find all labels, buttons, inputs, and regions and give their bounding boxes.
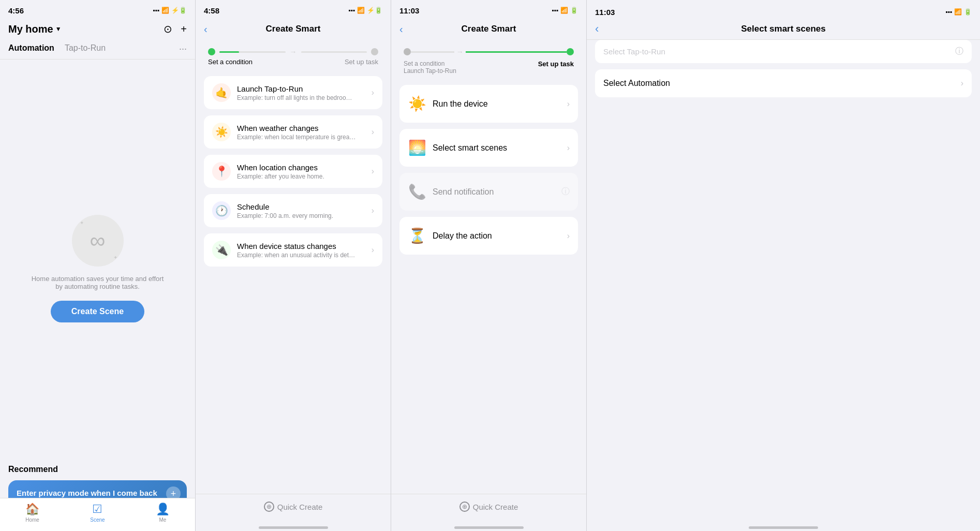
- empty-state: ✦ ∞ ✦ Home automation saves your time an…: [0, 60, 195, 456]
- infinity-icon-wrap: ✦ ∞ ✦: [72, 215, 124, 267]
- prog-label-left-2: Set a condition: [208, 58, 253, 66]
- p3-label-right: Set up task: [538, 60, 574, 75]
- progress-labels-2: Set a condition Set up task: [196, 58, 391, 72]
- option-weather[interactable]: ☀️ When weather changes Example: when lo…: [204, 115, 382, 149]
- tab-bar: 🏠 Home ☑ Scene 👤 Me: [0, 498, 195, 531]
- chevron-device: ›: [372, 245, 374, 255]
- p3-progress-labels: Set a condition Launch Tap-to-Run Set up…: [391, 58, 586, 81]
- infinity-icon: ∞: [90, 228, 106, 253]
- option-schedule[interactable]: 🕐 Schedule Example: 7:00 a.m. every morn…: [204, 194, 382, 227]
- option-launch-tap[interactable]: 🤙 Launch Tap-to-Run Example: turn off al…: [204, 76, 382, 109]
- panel4-inner: 11:03 ▪▪▪ 📶 🔋 ‹ Select smart scenes Sele…: [587, 0, 980, 531]
- task-icon-delay: ⏳: [408, 227, 426, 244]
- option-title-weather: When weather changes: [237, 124, 365, 132]
- panel-select-smart-scenes: 11:03 ▪▪▪ 📶 🔋 ‹ Select smart scenes Sele…: [587, 0, 980, 531]
- search-bar-4[interactable]: Select Tap-to-Run ⓘ: [595, 40, 972, 63]
- status-time-3: 11:03: [399, 6, 419, 15]
- home-indicator-2: [259, 526, 328, 529]
- condition-options-list: 🤙 Launch Tap-to-Run Example: turn off al…: [196, 72, 391, 494]
- home-tab-icon: 🏠: [25, 503, 39, 516]
- quick-create-2[interactable]: ⊕ Quick Create: [196, 494, 391, 522]
- task-icon-scenes: 🌅: [408, 139, 426, 156]
- option-location[interactable]: 📍 When location changes Example: after y…: [204, 155, 382, 188]
- back-button-3[interactable]: ‹: [399, 23, 403, 35]
- option-icon-weather: ☀️: [212, 123, 231, 141]
- progress-fill-2: [219, 51, 239, 53]
- wifi-icon-4: 📶: [954, 8, 962, 16]
- home-indicator-3: [454, 526, 524, 529]
- tab-automation[interactable]: Automation: [8, 43, 54, 55]
- quick-create-icon-2: ⊕: [264, 502, 274, 512]
- spacer-4: [587, 104, 980, 522]
- tab-tap-to-run[interactable]: Tap-to-Run: [65, 43, 106, 55]
- task-title-scenes: Select smart scenes: [433, 143, 561, 153]
- option-icon-location: 📍: [212, 162, 231, 181]
- back-button-4[interactable]: ‹: [595, 22, 599, 36]
- status-icons-4: ▪▪▪ 📶 🔋: [945, 8, 972, 16]
- option-title-location: When location changes: [237, 163, 365, 172]
- status-bar-3: 11:03 ▪▪▪ 📶 🔋: [391, 0, 586, 19]
- home-dropdown-icon: ▼: [55, 25, 62, 33]
- progress-dot-right-2: [371, 48, 378, 55]
- camera-icon[interactable]: ⊙: [164, 23, 172, 35]
- recommend-title: Recommend: [8, 465, 187, 474]
- task-run-device[interactable]: ☀️ Run the device ›: [399, 85, 578, 123]
- option-desc-launch: Example: turn off all lights in the bedr…: [237, 94, 356, 101]
- panel-create-smart-task: 11:03 ▪▪▪ 📶 🔋 ‹ Create Smart → Set a con…: [391, 0, 587, 531]
- select-automation-title: Select Automation: [603, 79, 670, 88]
- wifi-icon-1: 📶: [161, 7, 169, 14]
- home-title-wrap[interactable]: My home ▼: [8, 23, 62, 35]
- option-title-launch: Launch Tap-to-Run: [237, 84, 365, 93]
- option-content-launch: Launch Tap-to-Run Example: turn off all …: [237, 84, 365, 101]
- tab-scene[interactable]: ☑ Scene: [90, 503, 105, 523]
- p3-arrow: →: [456, 48, 464, 56]
- status-bar-1: 4:56 ▪▪▪ 📶 ⚡🔋: [0, 0, 195, 19]
- option-title-device: When device status changes: [237, 242, 365, 250]
- chevron-weather: ›: [372, 127, 374, 137]
- task-icon-notification: 📞: [408, 183, 426, 200]
- chevron-delay: ›: [567, 231, 570, 241]
- tab-home[interactable]: 🏠 Home: [25, 503, 39, 523]
- task-smart-scenes[interactable]: 🌅 Select smart scenes ›: [399, 129, 578, 167]
- option-desc-weather: Example: when local temperature is great…: [237, 134, 356, 141]
- create-scene-button[interactable]: Create Scene: [51, 301, 144, 322]
- chevron-location: ›: [372, 167, 374, 176]
- chevron-launch: ›: [372, 88, 374, 97]
- panel-home: 4:56 ▪▪▪ 📶 ⚡🔋 My home ▼ ⊙ + Automation T…: [0, 0, 196, 531]
- quick-create-icon-3: ⊕: [459, 502, 470, 512]
- progress-line-2: [219, 51, 286, 53]
- create-smart-title-2: Create Smart: [266, 24, 321, 34]
- wifi-icon-2: 📶: [357, 7, 365, 14]
- task-notification: 📞 Send notification ⓘ: [399, 173, 578, 211]
- task-title-run: Run the device: [433, 99, 561, 109]
- more-options-btn[interactable]: ···: [179, 43, 187, 55]
- status-icons-2: ▪▪▪ 📶 ⚡🔋: [348, 7, 382, 14]
- home-header-icons: ⊙ +: [164, 23, 187, 35]
- status-time-4: 11:03: [595, 8, 615, 17]
- back-button-2[interactable]: ‹: [204, 23, 207, 35]
- quick-create-3[interactable]: ⊕ Quick Create: [391, 494, 586, 522]
- signal-icon-3: ▪▪▪: [552, 7, 558, 14]
- p3-dot-left: [404, 48, 411, 55]
- p3-line-left: [411, 51, 454, 53]
- select-scenes-title: Select smart scenes: [741, 24, 826, 34]
- select-automation-item[interactable]: Select Automation ›: [595, 69, 972, 97]
- task-delay[interactable]: ⏳ Delay the action ›: [399, 217, 578, 255]
- add-icon[interactable]: +: [181, 23, 187, 35]
- status-time-2: 4:58: [204, 6, 219, 15]
- option-content-schedule: Schedule Example: 7:00 a.m. every mornin…: [237, 202, 365, 219]
- option-title-schedule: Schedule: [237, 202, 365, 211]
- option-desc-schedule: Example: 7:00 a.m. every morning.: [237, 212, 356, 219]
- p3-dot-right: [567, 48, 574, 55]
- status-icons-3: ▪▪▪ 📶 🔋: [552, 7, 578, 14]
- tab-me[interactable]: 👤 Me: [156, 503, 170, 523]
- option-icon-device: 🔌: [212, 241, 231, 259]
- search-info-icon: ⓘ: [955, 46, 963, 57]
- option-device[interactable]: 🔌 When device status changes Example: wh…: [204, 233, 382, 267]
- create-smart-header-2: ‹ Create Smart: [196, 19, 391, 39]
- task-title-notification: Send notification: [433, 187, 555, 197]
- option-icon-launch: 🤙: [212, 83, 231, 102]
- option-content-weather: When weather changes Example: when local…: [237, 124, 365, 141]
- battery-icon-2: ⚡🔋: [367, 7, 382, 14]
- wifi-icon-3: 📶: [560, 7, 568, 14]
